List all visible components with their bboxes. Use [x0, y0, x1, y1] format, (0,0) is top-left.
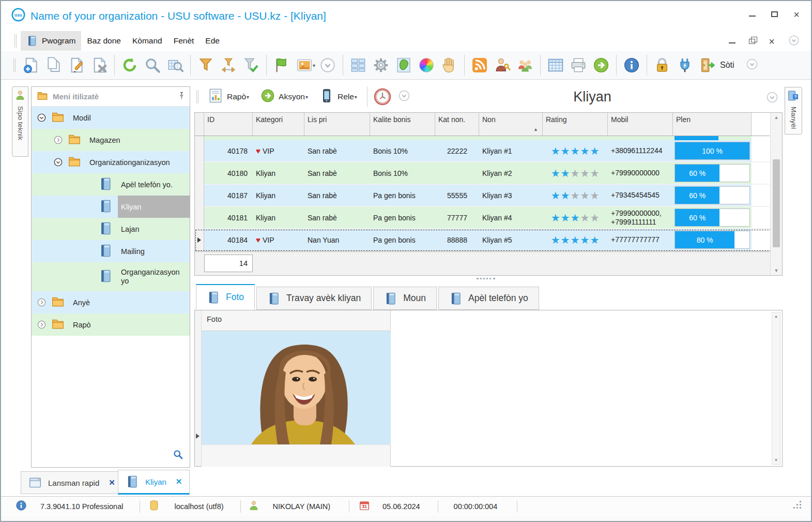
client-photo[interactable]: [202, 331, 391, 444]
exit-button-label[interactable]: Sòti: [720, 61, 734, 70]
grid-row-40181[interactable]: 40181KliyanSan rabèPa gen bonis77777Kliy…: [195, 207, 782, 229]
grid-row-40184[interactable]: 40184♥VIPNan YuanPa gen bonis88888Kliyan…: [195, 229, 782, 251]
copy-button[interactable]: [42, 53, 65, 77]
cell-lis-pri[interactable]: San rabè: [304, 207, 370, 229]
cell-id[interactable]: 40180: [204, 162, 253, 185]
cell-non[interactable]: Kliyan #5: [479, 229, 543, 251]
users-button[interactable]: [514, 53, 537, 77]
table-button[interactable]: [544, 53, 567, 77]
tree-item-label[interactable]: Rapò: [70, 319, 95, 331]
menu-kòmand[interactable]: Kòmand: [127, 31, 168, 51]
tree-item-label[interactable]: Organganizasyon yo: [118, 266, 185, 288]
detail-tab-travay-av-k-kliyan[interactable]: Travay avèk kliyan: [256, 287, 372, 310]
detail-tab-ap-l-telef-n-yo[interactable]: Apèl telefòn yo: [438, 287, 539, 310]
cell-kalite-bonis[interactable]: Bonis 10%: [370, 162, 435, 185]
cell-kategori[interactable]: Kliyan: [253, 207, 304, 229]
expand-open-icon[interactable]: [53, 157, 63, 167]
window-tab-close-icon[interactable]: ✕: [109, 478, 115, 487]
maximize-button[interactable]: [771, 11, 778, 17]
tree-item-label[interactable]: Mailing: [118, 246, 149, 257]
delete-button[interactable]: [88, 53, 111, 77]
grid-row-40187[interactable]: 40187KliyanSan rabèPa gen bonis55555Kliy…: [195, 185, 782, 207]
rss-button[interactable]: [468, 53, 491, 77]
cell-plen[interactable]: 60 %: [673, 162, 752, 185]
support-tab[interactable]: Sipo teknik: [12, 86, 28, 157]
print-button[interactable]: [567, 53, 590, 77]
tree-item-label[interactable]: Organizationganizasyon: [86, 157, 174, 168]
resize-grip[interactable]: [793, 501, 802, 511]
rating-stars[interactable]: ★★★★★: [551, 168, 600, 178]
action-dropdown-button[interactable]: Aksyon▾: [255, 85, 314, 108]
column-header-id[interactable]: ID: [204, 113, 253, 136]
cell-mobil[interactable]: +77777777777: [608, 229, 673, 251]
rating-stars[interactable]: ★★★★★: [551, 146, 600, 156]
call-dropdown-button[interactable]: Rele▾: [314, 85, 363, 108]
go-button[interactable]: [590, 53, 612, 77]
exit-icon[interactable]: [696, 53, 719, 77]
tree-item-any-[interactable]: Anyè: [32, 291, 190, 314]
cell-kalite-bonis[interactable]: Pa gen bonis: [370, 207, 435, 229]
window-tab-lansman-rapid[interactable]: Lansman rapid✕: [21, 471, 123, 494]
cell-kalite-bonis[interactable]: Bonis 10%: [370, 140, 435, 162]
toolbar-chevron-icon[interactable]: [746, 58, 758, 72]
cell-plen[interactable]: 60 %: [673, 185, 752, 207]
toolbar-grip[interactable]: [13, 58, 16, 72]
info-button[interactable]: [620, 53, 643, 77]
cell-rating[interactable]: ★★★★★: [543, 185, 608, 207]
tree-item-kliyan[interactable]: Kliyan: [32, 196, 190, 218]
window-tab-kliyan[interactable]: Kliyan✕: [118, 470, 190, 495]
cell-mobil[interactable]: +380961112244: [608, 140, 673, 162]
grid-vertical-scrollbar[interactable]: ▲ ▼: [770, 113, 782, 275]
cell-rating[interactable]: ★★★★★: [543, 140, 608, 162]
tree-item-rap-[interactable]: Rapò: [32, 314, 190, 336]
detail-tab-moun[interactable]: Moun: [373, 287, 437, 310]
cell-kat-non[interactable]: 77777: [435, 207, 479, 229]
mdi-chevron-icon[interactable]: [788, 35, 800, 48]
minimize-button[interactable]: [749, 12, 756, 17]
splitter-handle[interactable]: [477, 278, 495, 279]
cell-plen[interactable]: 60 %: [673, 207, 752, 229]
menu-pwogram[interactable]: Pwogram: [21, 31, 81, 51]
tree-item-label[interactable]: Lajan: [118, 223, 143, 235]
mdi-close-button[interactable]: ×: [769, 39, 775, 44]
cell-kalite-bonis[interactable]: Pa gen bonis: [370, 229, 435, 251]
column-header-plen[interactable]: Plen: [673, 113, 752, 136]
column-header-rating[interactable]: Rating: [543, 113, 608, 136]
grid-toolbar-chevron-icon[interactable]: [398, 90, 410, 104]
user-key-button[interactable]: [491, 53, 514, 77]
cell-kategori[interactable]: Kliyan: [253, 162, 304, 185]
cell-rating[interactable]: ★★★★★: [543, 229, 608, 251]
tree-item-label[interactable]: Magazen: [86, 135, 125, 146]
foto-scrollbar[interactable]: ▲ ▼: [772, 312, 780, 465]
cell-mobil[interactable]: +79990000000,+79991111111: [608, 207, 673, 229]
filter-window-button[interactable]: [217, 53, 240, 77]
column-header-mobil[interactable]: Mobil: [608, 113, 673, 136]
tree-item-lajan[interactable]: Lajan: [32, 218, 190, 240]
search-grid-button[interactable]: [164, 53, 187, 77]
cell-kat-non[interactable]: 55555: [435, 185, 479, 207]
grid-row-40180[interactable]: 40180KliyanSan rabèBonis 10%Kliyan #2★★★…: [195, 162, 782, 185]
menu-ede[interactable]: Ede: [200, 31, 225, 51]
cell-id[interactable]: 40184: [204, 229, 253, 251]
cell-lis-pri[interactable]: San rabè: [304, 140, 370, 162]
cell-kat-non[interactable]: 22222: [435, 140, 479, 162]
cell-kat-non[interactable]: [435, 162, 479, 185]
cell-id[interactable]: 40181: [204, 207, 253, 229]
manual-tab[interactable]: ? Manyèl: [785, 87, 802, 135]
mdi-minimize-button[interactable]: [729, 39, 736, 43]
colors-button[interactable]: [415, 53, 438, 77]
report-dropdown-button[interactable]: Rapò▾: [203, 85, 255, 108]
scheduler-clock-button[interactable]: [371, 85, 394, 109]
tree-item-label[interactable]: Apèl telefòn yo.: [118, 179, 177, 190]
flag-button[interactable]: [270, 53, 293, 77]
filter-button[interactable]: [194, 53, 217, 77]
cell-non[interactable]: Kliyan #3: [479, 185, 543, 207]
cell-non[interactable]: Kliyan #2: [479, 162, 543, 185]
sidebar-search-icon[interactable]: [173, 449, 183, 462]
rating-stars[interactable]: ★★★★★: [551, 235, 600, 245]
cell-non[interactable]: Kliyan #4: [479, 207, 543, 229]
grid-toolbar-grip[interactable]: [196, 90, 198, 103]
cell-id[interactable]: 40187: [204, 185, 253, 207]
search-button[interactable]: [141, 53, 164, 77]
cell-kalite-bonis[interactable]: Pa gen bonis: [370, 185, 435, 207]
